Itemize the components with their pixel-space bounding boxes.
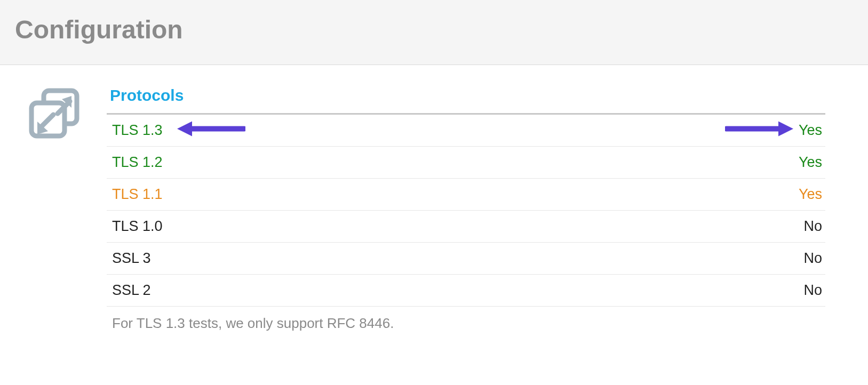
protocol-value: Yes <box>799 154 822 171</box>
highlight-arrow-left-icon <box>176 119 245 141</box>
protocols-icon <box>27 86 85 145</box>
page-header: Configuration <box>0 0 868 65</box>
page-title: Configuration <box>15 15 853 44</box>
protocol-value: No <box>803 282 822 299</box>
protocol-row: SSL 3 No <box>107 243 825 275</box>
svg-marker-7 <box>778 121 793 136</box>
protocol-row: TLS 1.1 Yes <box>107 179 825 211</box>
protocol-value: Yes <box>799 122 822 139</box>
protocols-heading: Protocols <box>107 86 825 115</box>
protocol-name: TLS 1.1 <box>112 186 163 203</box>
protocol-name: SSL 2 <box>112 282 151 299</box>
protocol-name: TLS 1.2 <box>112 154 163 171</box>
protocol-row: SSL 2 No <box>107 275 825 307</box>
protocols-section: Protocols TLS 1.3 Yes TLS 1.2 Yes <box>107 86 847 332</box>
highlight-arrow-right-icon <box>725 119 794 141</box>
protocol-value: No <box>803 250 822 267</box>
protocol-row: TLS 1.0 No <box>107 211 825 243</box>
protocol-row: TLS 1.3 Yes <box>107 115 825 147</box>
protocol-name: TLS 1.3 <box>112 122 163 139</box>
protocol-name: SSL 3 <box>112 250 151 267</box>
svg-marker-5 <box>177 121 192 136</box>
protocol-value: Yes <box>799 186 822 203</box>
protocols-footnote: For TLS 1.3 tests, we only support RFC 8… <box>107 307 825 332</box>
protocol-row: TLS 1.2 Yes <box>107 147 825 179</box>
protocol-name: TLS 1.0 <box>112 218 163 235</box>
protocol-value: No <box>803 218 822 235</box>
